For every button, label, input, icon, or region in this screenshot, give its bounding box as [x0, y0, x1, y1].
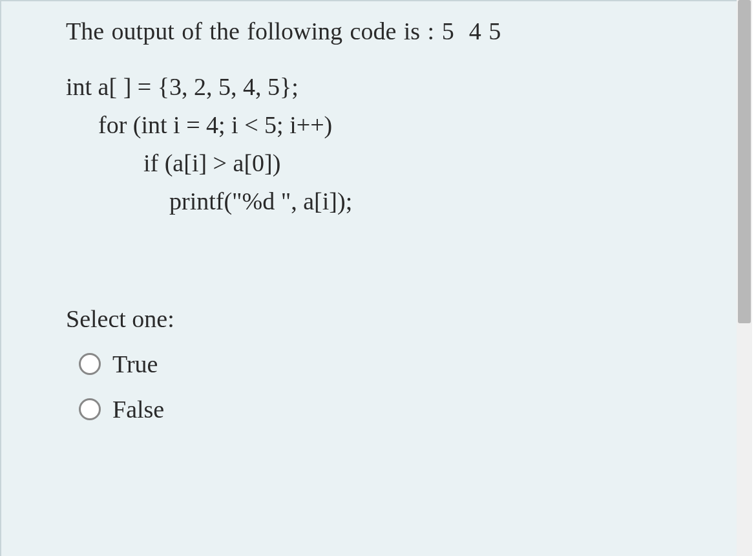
scrollbar-thumb[interactable]	[738, 0, 751, 323]
option-false-label[interactable]: False	[112, 395, 164, 423]
code-line: for (int i = 4; i < 5; i++)	[98, 106, 704, 144]
radio-true[interactable]	[79, 353, 101, 375]
option-false-row: False	[79, 395, 704, 423]
option-true-row: True	[79, 350, 704, 378]
code-block: int a[ ] = {3, 2, 5, 4, 5}; for (int i =…	[66, 68, 704, 220]
radio-false[interactable]	[79, 398, 101, 420]
scrollbar-track[interactable]	[737, 0, 752, 556]
option-true-label[interactable]: True	[112, 350, 158, 378]
code-line: int a[ ] = {3, 2, 5, 4, 5};	[66, 68, 704, 106]
question-prompt: The output of the following code is : 5 …	[66, 13, 704, 50]
select-prompt: Select one:	[66, 305, 704, 333]
code-line: printf("%d ", a[i]);	[169, 182, 704, 220]
code-line: if (a[i] > a[0])	[143, 144, 704, 182]
question-container: The output of the following code is : 5 …	[0, 0, 743, 556]
